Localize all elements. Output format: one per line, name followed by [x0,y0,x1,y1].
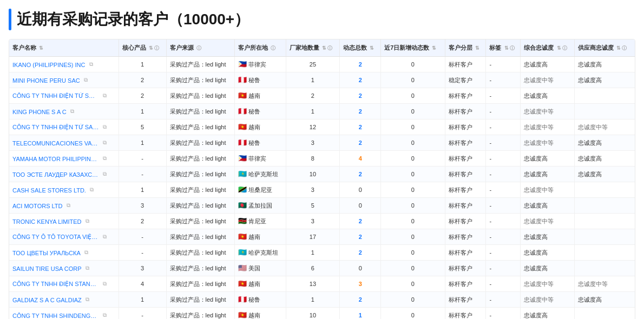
tags-cell: - [486,229,521,245]
customer-name[interactable]: SAILUN TIRE USA CORP [12,265,82,272]
country-flag: 🇰🇿 [238,170,247,178]
customer-name[interactable]: KING PHONE S A C [12,109,67,115]
copy-icon[interactable]: ⧉ [67,202,70,208]
col-level[interactable]: 客户分层 ⇅ [445,39,486,57]
supplier-count-cell: 3 [286,135,340,151]
source-cell: 采购过产品：led light [166,88,235,104]
supplier-count-cell: 17 [286,229,340,245]
recent-orders-cell: 0 [381,72,445,88]
supplier-loyalty-cell [575,182,635,198]
customer-name[interactable]: MINI PHONE PERU SAC [12,77,80,84]
customer-name[interactable]: TELECOMUNICACIONES VALLE ... [12,140,99,147]
data-table: 客户名称 ⇅ 核心产品 ⇅ⓘ 客户来源 ⓘ 客户所在地 ⓘ 厂家地数量 ⇅ⓘ 动… [9,39,635,319]
customer-name[interactable]: ТОО ЭСТЕ ЛАУДЕР КАЗАХСТАН [12,171,99,178]
copy-icon[interactable]: ⧉ [103,312,107,318]
customer-level-cell: 标杆客户 [445,135,486,151]
col-supplier-count[interactable]: 厂家地数量 ⇅ⓘ [286,39,340,57]
total-orders-cell: 2 [340,245,381,261]
country-flag: 🇻🇳 [238,280,247,288]
copy-icon[interactable]: ⧉ [103,139,107,145]
col-name[interactable]: 客户名称 ⇅ [9,39,119,57]
copy-icon[interactable]: ⧉ [103,124,107,130]
country-cell: 🇰🇪肯尼亚 [235,214,286,229]
col-core-product[interactable]: 核心产品 ⇅ⓘ [119,39,166,57]
col-tags[interactable]: 标签 ⇅ⓘ [486,39,521,57]
table-row: CÔNG TY TNHH ĐIỆN TỬ SAMS... ⧉ 5 采购过产品：l… [9,119,635,135]
core-product-cell: 3 [119,261,166,276]
customer-name[interactable]: ТОО ЦВЕТЫ УРАЛЬСКА [12,250,81,256]
supplier-loyalty-cell: 忠诚度高 [575,135,635,151]
customer-name[interactable]: GALDIAZ S A C GALDIAZ [12,297,82,303]
customer-name[interactable]: YAMAHA MOTOR PHILIPPINES I... [12,156,99,162]
source-cell: 采购过产品：led light [166,119,235,135]
supplier-loyalty-cell: 忠诚度中等 [575,119,635,135]
core-product-cell: 2 [119,72,166,88]
customer-name[interactable]: CÔNG TY TNHH ĐIỆN TỬ SAMS... [12,124,99,131]
table-row: CÔNG TY TNHH ĐIỆN TỬ SNC ... ⧉ 2 采购过产品：l… [9,88,635,104]
table-row: YAMAHA MOTOR PHILIPPINES I... ⧉ - 采购过产品：… [9,151,635,167]
customer-level-cell: 标杆客户 [445,276,486,292]
recent-orders-cell: 0 [381,229,445,245]
customer-name[interactable]: IKANO (PHILIPPINES) INC [12,62,85,68]
customer-name[interactable]: CASH SALE STORES LTD. [12,187,86,194]
recent-orders-cell: 0 [381,119,445,135]
customer-level-cell: 标杆客户 [445,182,486,198]
tags-cell: - [486,198,521,214]
customer-name[interactable]: CÔNG TY TNHH ĐIỆN TỬ SNC ... [12,92,99,99]
customer-name-cell: KING PHONE S A C ⧉ [9,104,119,119]
tags-cell: - [486,88,521,104]
copy-icon[interactable]: ⧉ [84,249,88,255]
loyalty-cell: 忠诚度高 [521,151,575,167]
customer-level-cell: 标杆客户 [445,245,486,261]
country-cell: 🇻🇳越南 [235,88,286,104]
copy-icon[interactable]: ⧉ [86,218,89,224]
copy-icon[interactable]: ⧉ [89,61,93,67]
recent-orders-cell: 0 [381,261,445,276]
col-recent-orders[interactable]: 近7日新增动态数 ⇅ [381,39,445,57]
tags-cell: - [486,57,521,72]
customer-name[interactable]: CÔNG TY Ô TÔ TOYOTA VIỆT N... [12,234,99,241]
core-product-cell: 5 [119,119,166,135]
table-row: TELECOMUNICACIONES VALLE ... ⧉ 1 采购过产品：l… [9,135,635,151]
country-flag: 🇵🇪 [238,76,247,84]
table-row: GALDIAZ S A C GALDIAZ ⧉ 1 采购过产品：led ligh… [9,292,635,308]
copy-icon[interactable]: ⧉ [70,108,74,114]
copy-icon[interactable]: ⧉ [103,171,107,177]
customer-name[interactable]: CÔNG TY TNHH SHINDENGEN ... [12,313,99,319]
col-source[interactable]: 客户来源 ⓘ [166,39,235,57]
source-cell: 采购过产品：led light [166,229,235,245]
customer-name-cell: TRONIC KENYA LIMITED ⧉ [9,214,119,229]
customer-name[interactable]: ACI MOTORS LTD [12,203,63,209]
table-row: CÔNG TY TNHH ĐIỆN STANLEY... ⧉ 4 采购过产品：l… [9,276,635,292]
copy-icon[interactable]: ⧉ [103,281,107,287]
copy-icon[interactable]: ⧉ [86,265,89,271]
supplier-count-cell: 10 [286,167,340,182]
info-icon-supplier: ⓘ [327,45,332,51]
info-icon-core: ⓘ [154,45,159,51]
table-header-row: 客户名称 ⇅ 核心产品 ⇅ⓘ 客户来源 ⓘ 客户所在地 ⓘ 厂家地数量 ⇅ⓘ 动… [9,39,635,57]
customer-name[interactable]: CÔNG TY TNHH ĐIỆN STANLEY... [12,281,99,288]
copy-icon[interactable]: ⧉ [103,92,107,98]
source-cell: 采购过产品：led light [166,214,235,229]
col-country[interactable]: 客户所在地 ⓘ [235,39,286,57]
core-product-cell: 1 [119,135,166,151]
copy-icon[interactable]: ⧉ [103,234,107,240]
tags-cell: - [486,292,521,308]
customer-name[interactable]: TRONIC KENYA LIMITED [12,218,82,225]
col-total-orders[interactable]: 动态总数 ⇅ [340,39,381,57]
table-row: ACI MOTORS LTD ⧉ 3 采购过产品：led light 🇧🇩孟加拉… [9,198,635,214]
col-supplier-loyalty[interactable]: 供应商忠诚度 ⇅ⓘ [575,39,635,57]
supplier-loyalty-cell: 忠诚度高 [575,57,635,72]
tags-cell: - [486,276,521,292]
copy-icon[interactable]: ⧉ [84,77,88,83]
tags-cell: - [486,261,521,276]
copy-icon[interactable]: ⧉ [86,296,89,302]
col-loyalty[interactable]: 综合忠诚度 ⇅ⓘ [521,39,575,57]
copy-icon[interactable]: ⧉ [90,187,94,192]
copy-icon[interactable]: ⧉ [103,155,107,161]
table-row: CÔNG TY Ô TÔ TOYOTA VIỆT N... ⧉ - 采购过产品：… [9,229,635,245]
loyalty-cell: 忠诚度高 [521,57,575,72]
customer-level-cell: 标杆客户 [445,167,486,182]
country-flag: 🇻🇳 [238,311,247,319]
total-orders-cell: 2 [340,119,381,135]
